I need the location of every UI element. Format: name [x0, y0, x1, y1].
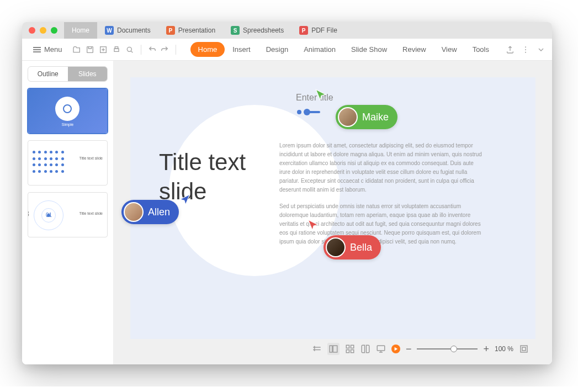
- slide-thumbnail-1[interactable]: Simple: [28, 88, 108, 134]
- spreadsheet-icon: S: [231, 26, 240, 35]
- print-icon[interactable]: [112, 45, 121, 54]
- app-tabs: Home W Documents P Presentation S Spreed…: [64, 22, 345, 39]
- word-icon: W: [105, 26, 114, 35]
- body-paragraph-2: Sed ut perspiciatis unde omnis iste natu…: [279, 202, 484, 246]
- svg-rect-3: [115, 46, 118, 48]
- tab-spreadsheets[interactable]: S Spreedsheets: [223, 22, 291, 39]
- tab-presentation[interactable]: P Presentation: [158, 22, 223, 39]
- tab-outline[interactable]: Outline: [28, 67, 68, 81]
- ribbon-review[interactable]: Review: [395, 42, 434, 57]
- fit-to-window-icon[interactable]: [519, 344, 529, 354]
- svg-rect-0: [87, 46, 93, 52]
- notes-toggle-icon[interactable]: [312, 344, 322, 354]
- collaborator-maike: Maike: [325, 94, 397, 129]
- slide-thumbnail-2[interactable]: Title text slide: [28, 140, 108, 186]
- menu-label: Menu: [44, 45, 62, 54]
- tab-presentation-label: Presentation: [178, 27, 215, 34]
- separator: [176, 45, 176, 55]
- titlebar: Home W Documents P Presentation S Spreed…: [22, 22, 552, 39]
- svg-rect-15: [346, 350, 349, 353]
- tab-home-label: Home: [72, 27, 89, 34]
- slide-title-text: Title text slide: [159, 148, 286, 206]
- tab-slides[interactable]: Slides: [68, 67, 108, 81]
- more-icon[interactable]: [521, 45, 530, 54]
- open-folder-icon[interactable]: [72, 45, 81, 54]
- export-icon[interactable]: [99, 45, 108, 54]
- ribbon-slideshow[interactable]: Slide Show: [343, 42, 395, 57]
- toolbar-right: [506, 45, 545, 54]
- tab-pdf[interactable]: P PDF File: [291, 22, 345, 39]
- close-window-button[interactable]: [29, 27, 35, 34]
- sorter-view-icon[interactable]: [345, 344, 355, 354]
- svg-rect-12: [333, 346, 337, 352]
- svg-rect-14: [351, 345, 353, 348]
- slide-canvas[interactable]: Enter title Title text slide Lorem ipsum…: [130, 77, 535, 339]
- share-icon[interactable]: [506, 45, 515, 54]
- play-slideshow-button[interactable]: [391, 345, 400, 353]
- zoom-controls: − + 100 %: [406, 343, 513, 355]
- ribbon-design[interactable]: Design: [258, 42, 296, 57]
- svg-point-4: [127, 47, 131, 51]
- reading-view-icon[interactable]: [360, 344, 370, 354]
- hamburger-icon: [33, 47, 41, 52]
- menu-button[interactable]: Menu: [29, 43, 67, 56]
- slide-panel: Outline Slides Simple Title text slide 3…: [22, 61, 114, 364]
- ribbon: Home Insert Design Animation Slide Show …: [190, 42, 497, 57]
- svg-point-6: [525, 49, 526, 50]
- zoom-in-button[interactable]: +: [483, 343, 489, 355]
- toolbar: Menu Home Insert Design Animation Slide …: [22, 39, 552, 61]
- minimize-window-button[interactable]: [40, 27, 46, 34]
- presentation-icon: P: [166, 26, 175, 35]
- undo-icon[interactable]: [148, 45, 157, 54]
- slide-title[interactable]: Title text slide: [159, 148, 286, 206]
- zoom-level: 100 %: [495, 345, 513, 353]
- enter-title-placeholder[interactable]: Enter title: [296, 93, 333, 103]
- slide-body[interactable]: Lorem ipsum dolor sit amet, consectetur …: [279, 141, 484, 246]
- thumb-number: 01: [46, 212, 52, 218]
- svg-rect-10: [307, 111, 320, 113]
- status-bar: − + 100 %: [130, 339, 535, 359]
- save-icon[interactable]: [86, 45, 94, 54]
- panel-tabs: Outline Slides: [28, 66, 108, 82]
- svg-rect-16: [351, 350, 353, 353]
- play-icon: [394, 347, 398, 351]
- ribbon-home[interactable]: Home: [190, 42, 225, 57]
- collaborator-name: Allen: [148, 206, 170, 218]
- svg-rect-17: [377, 346, 385, 351]
- ribbon-animation[interactable]: Animation: [296, 42, 343, 57]
- canvas-area: Enter title Title text slide Lorem ipsum…: [114, 61, 552, 364]
- maximize-window-button[interactable]: [51, 27, 57, 34]
- zoom-handle[interactable]: [450, 346, 457, 352]
- tab-documents-label: Documents: [117, 27, 151, 34]
- tab-pdf-label: PDF File: [311, 27, 337, 34]
- separator: [141, 45, 141, 55]
- avatar: [338, 107, 358, 127]
- slide-thumbnail-3[interactable]: 3 01 Title text slide: [28, 192, 108, 237]
- print-preview-icon[interactable]: [125, 45, 134, 54]
- pdf-icon: P: [299, 26, 308, 35]
- thumb-caption: Simple: [28, 123, 107, 126]
- quick-access: [72, 45, 134, 54]
- body-paragraph-1: Lorem ipsum dolor sit amet, consectetur …: [279, 141, 484, 194]
- svg-rect-11: [330, 346, 332, 352]
- thumb-caption: Title text slide: [79, 156, 103, 160]
- svg-point-8: [297, 110, 301, 114]
- ribbon-tools[interactable]: Tools: [465, 42, 497, 57]
- thumb-caption: Title text slide: [79, 211, 103, 215]
- ribbon-insert[interactable]: Insert: [225, 42, 258, 57]
- tab-documents[interactable]: W Documents: [97, 22, 158, 39]
- collaborator-name: Maike: [362, 112, 389, 123]
- chevron-down-icon[interactable]: [537, 45, 545, 54]
- thumb-index: 3: [28, 209, 29, 218]
- zoom-out-button[interactable]: −: [406, 343, 412, 355]
- avatar: [124, 202, 144, 222]
- presenter-view-icon[interactable]: [376, 344, 386, 354]
- redo-icon[interactable]: [160, 45, 169, 54]
- svg-rect-18: [521, 346, 527, 352]
- zoom-slider[interactable]: [417, 348, 478, 349]
- app-window: Home W Documents P Presentation S Spreed…: [22, 22, 552, 364]
- content-area: Outline Slides Simple Title text slide 3…: [22, 61, 552, 364]
- normal-view-icon[interactable]: [327, 343, 340, 355]
- tab-home[interactable]: Home: [64, 22, 97, 39]
- ribbon-view[interactable]: View: [434, 42, 465, 57]
